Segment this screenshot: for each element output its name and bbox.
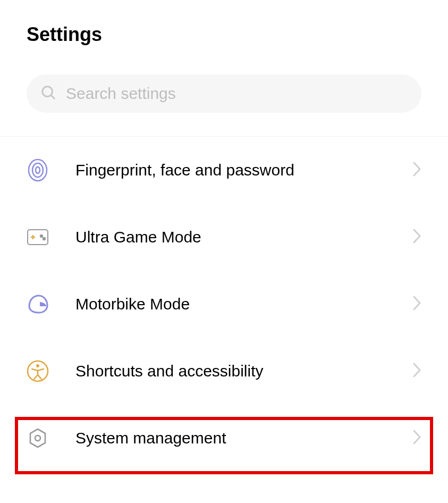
svg-point-9	[43, 238, 45, 240]
helmet-icon	[27, 293, 49, 315]
settings-item-label: Shortcuts and accessibility	[75, 362, 413, 380]
settings-item-accessibility[interactable]: Shortcuts and accessibility	[0, 338, 448, 405]
search-input[interactable]	[66, 85, 408, 103]
chevron-right-icon	[413, 229, 421, 246]
chevron-right-icon	[413, 363, 421, 380]
chevron-right-icon	[413, 162, 421, 179]
svg-point-4	[36, 167, 40, 173]
settings-list: Fingerprint, face and password Ultra Gam…	[0, 136, 448, 472]
chevron-right-icon	[413, 296, 421, 313]
page-title: Settings	[0, 0, 448, 46]
settings-page: Settings Fingerprint, face and passw	[0, 0, 448, 503]
settings-item-label: Motorbike Mode	[75, 295, 413, 313]
chevron-right-icon	[413, 430, 421, 447]
svg-rect-5	[28, 230, 48, 245]
search-icon	[40, 85, 56, 103]
svg-point-3	[32, 163, 43, 177]
fingerprint-icon	[27, 159, 49, 181]
settings-item-label: Fingerprint, face and password	[75, 161, 413, 179]
settings-item-fingerprint[interactable]: Fingerprint, face and password	[0, 137, 448, 204]
accessibility-icon	[27, 360, 49, 382]
gear-icon	[27, 427, 49, 449]
svg-point-13	[35, 435, 40, 441]
settings-item-system-management[interactable]: System management	[0, 405, 448, 472]
svg-point-8	[40, 235, 43, 237]
svg-line-1	[51, 95, 54, 98]
svg-point-11	[36, 364, 39, 367]
settings-item-game-mode[interactable]: Ultra Game Mode	[0, 204, 448, 271]
settings-item-label: System management	[75, 429, 413, 447]
search-bar[interactable]	[27, 74, 421, 113]
search-section	[0, 46, 448, 113]
svg-marker-12	[30, 429, 45, 447]
gamepad-icon	[27, 226, 49, 248]
settings-item-label: Ultra Game Mode	[75, 228, 413, 246]
settings-item-motorbike-mode[interactable]: Motorbike Mode	[0, 271, 448, 338]
